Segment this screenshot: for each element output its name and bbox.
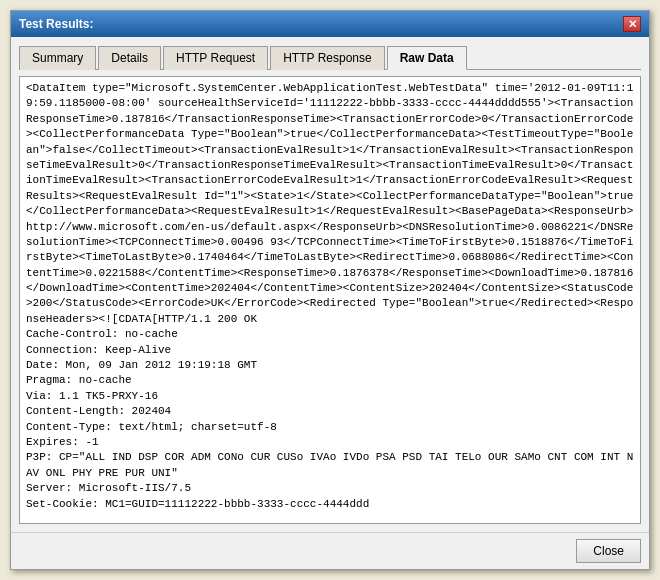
tab-raw-data[interactable]: Raw Data — [387, 46, 467, 70]
title-bar-controls: ✕ — [623, 16, 641, 32]
tab-summary[interactable]: Summary — [19, 46, 96, 70]
raw-data-content[interactable]: <DataItem type="Microsoft.SystemCenter.W… — [19, 76, 641, 524]
tab-http-request[interactable]: HTTP Request — [163, 46, 268, 70]
tabs-container: Summary Details HTTP Request HTTP Respon… — [19, 45, 641, 70]
test-results-window: Test Results: ✕ Summary Details HTTP Req… — [10, 10, 650, 570]
window-title: Test Results: — [19, 17, 93, 31]
close-window-button[interactable]: ✕ — [623, 16, 641, 32]
title-bar: Test Results: ✕ — [11, 11, 649, 37]
tab-http-response[interactable]: HTTP Response — [270, 46, 384, 70]
bottom-bar: Close — [11, 532, 649, 569]
content-area: Summary Details HTTP Request HTTP Respon… — [11, 37, 649, 532]
close-button[interactable]: Close — [576, 539, 641, 563]
tab-details[interactable]: Details — [98, 46, 161, 70]
